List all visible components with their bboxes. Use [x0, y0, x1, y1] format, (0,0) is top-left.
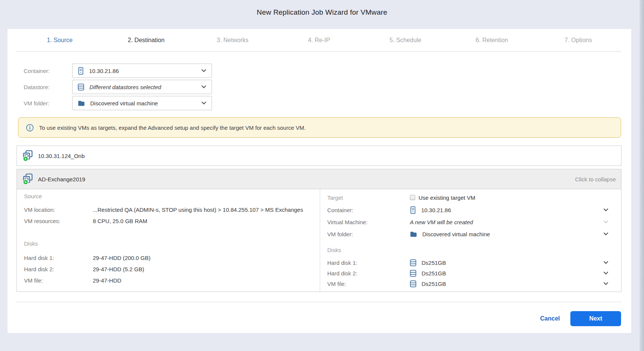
container-label: Container:: [24, 68, 71, 74]
source-disk-row: VM file: 29-47-HDD: [24, 276, 121, 285]
vm-folder-row: VM folder: Discovered virtual machine: [8, 96, 631, 110]
vm-resources-value: 8 CPU, 25.0 GB RAM: [93, 218, 147, 224]
target-disks-title: Disks: [327, 247, 341, 253]
tab-schedule[interactable]: 5. Schedule: [362, 29, 449, 51]
datastore-icon: [410, 270, 416, 277]
target-container-label: Container:: [327, 207, 410, 213]
chevron-down-icon: [201, 69, 206, 72]
vm-location-label: VM location:: [24, 207, 93, 213]
tab-networks[interactable]: 3. Networks: [189, 29, 276, 51]
vm-row-collapsed[interactable]: 10.30.31.124_Onb: [17, 146, 621, 166]
datastore-icon: [410, 259, 416, 266]
target-vm-folder-label: VM folder:: [327, 231, 410, 237]
target-vm-row[interactable]: Virtual Machine: A new VM will be create…: [327, 217, 608, 227]
folder-icon: [78, 100, 85, 106]
chevron-down-icon-disabled: [603, 220, 608, 223]
wizard-card: 1. Source 2. Destination 3. Networks 4. …: [8, 29, 631, 333]
target-disk-value: Ds251GB: [422, 260, 446, 266]
datastore-row: Datastore: Different datastores selected: [8, 80, 631, 94]
vm-folder-label: VM folder:: [24, 100, 71, 106]
chevron-down-icon: [603, 208, 608, 211]
vm-location-value: ...Restricted QA (ADMIN-s, STOP using th…: [93, 207, 303, 213]
panel-divider: [320, 189, 320, 292]
footer-separator: [17, 302, 621, 302]
vm-details-panel: Source VM location: ...Restricted QA (AD…: [17, 189, 621, 292]
chevron-down-icon: [201, 85, 206, 88]
target-vm-placeholder: A new VM will be created: [410, 219, 473, 225]
cancel-button[interactable]: Cancel: [540, 315, 560, 322]
source-disk-value: 29-47-HDD (5.2 GB): [93, 266, 144, 272]
vm-folder-select-value: Discovered virtual machine: [90, 100, 158, 106]
chevron-down-icon: [603, 272, 608, 275]
datastore-select[interactable]: Different datastores selected: [72, 80, 212, 94]
tab-destination[interactable]: 2. Destination: [103, 29, 189, 51]
source-disk-row: Hard disk 1: 29-47-HDD (200.0 GB): [24, 253, 150, 262]
folder-icon: [410, 231, 417, 237]
target-vm-label: Virtual Machine:: [327, 219, 410, 225]
wizard-steps: 1. Source 2. Destination 3. Networks 4. …: [17, 29, 621, 52]
target-vm-folder-row[interactable]: VM folder: Discovered virtual machine: [327, 229, 608, 239]
target-section-title: Target: [327, 194, 410, 201]
host-icon: [78, 67, 84, 75]
use-existing-vm-checkbox[interactable]: [410, 195, 415, 200]
vm-row-expanded-header[interactable]: AD-Exchange2019 Click to collapse: [17, 169, 621, 189]
target-vm-file-value: Ds251GB: [422, 281, 446, 287]
container-row: Container: 10.30.21.86: [8, 64, 631, 78]
vm-resources-label: VM resources:: [24, 218, 93, 224]
page-title: New Replication Job Wizard for VMware: [0, 0, 644, 17]
source-disk-label: Hard disk 2:: [24, 266, 93, 272]
use-existing-vm-label: Use existing target VM: [419, 194, 475, 201]
vm-replica-icon: [22, 150, 33, 161]
target-disk-label: Hard disk 2:: [327, 270, 410, 277]
target-disk-value: Ds251GB: [422, 270, 446, 277]
source-disk-label: VM file:: [24, 277, 93, 284]
collapse-hint: Click to collapse: [575, 176, 616, 182]
vm-resources-row: VM resources: 8 CPU, 25.0 GB RAM: [24, 216, 147, 225]
chevron-down-icon: [201, 102, 206, 105]
target-container-value: 10.30.21.86: [421, 207, 451, 213]
target-disk-row[interactable]: Hard disk 2: Ds251GB: [327, 268, 608, 278]
vm-location-row: VM location: ...Restricted QA (ADMIN-s, …: [24, 205, 303, 214]
tab-source[interactable]: 1. Source: [17, 29, 103, 51]
target-disk-label: Hard disk 1:: [327, 260, 410, 266]
target-header-row: Target Use existing target VM: [327, 193, 608, 202]
target-vm-folder-value: Discovered virtual machine: [422, 231, 490, 237]
datastore-select-value: Different datastores selected: [89, 84, 161, 90]
vertical-scrollbar[interactable]: [639, 0, 644, 351]
target-container-row[interactable]: Container: 10.30.21.86: [327, 205, 608, 215]
source-disks-title: Disks: [24, 240, 38, 247]
vm-name: AD-Exchange2019: [38, 176, 85, 182]
vm-name: 10.30.31.124_Onb: [38, 153, 85, 159]
source-disk-value: 29-47-HDD: [93, 277, 121, 284]
target-disk-row[interactable]: Hard disk 1: Ds251GB: [327, 257, 608, 268]
container-select-value: 10.30.21.86: [89, 68, 119, 74]
container-select[interactable]: 10.30.21.86: [72, 64, 212, 78]
info-icon: [26, 124, 34, 132]
target-vm-file-label: VM file:: [327, 281, 410, 287]
title-bar: New Replication Job Wizard for VMware: [0, 0, 644, 29]
host-icon: [410, 206, 416, 214]
source-disk-label: Hard disk 1:: [24, 255, 93, 261]
tab-options[interactable]: 7. Options: [535, 29, 621, 51]
info-banner-text: To use existing VMs as targets, expand t…: [39, 125, 306, 131]
tab-re-ip[interactable]: 4. Re-IP: [276, 29, 362, 51]
datastore-icon: [78, 84, 84, 91]
target-vm-file-row[interactable]: VM file: Ds251GB: [327, 278, 608, 289]
source-disk-value: 29-47-HDD (200.0 GB): [93, 255, 150, 261]
datastore-label: Datastore:: [24, 84, 71, 90]
vm-folder-select[interactable]: Discovered virtual machine: [72, 96, 212, 110]
footer-actions: Cancel Next: [540, 311, 621, 326]
source-section-title: Source: [24, 193, 42, 199]
source-disk-row: Hard disk 2: 29-47-HDD (5.2 GB): [24, 264, 144, 274]
tab-retention[interactable]: 6. Retention: [449, 29, 535, 51]
chevron-down-icon: [603, 261, 608, 264]
datastore-icon: [410, 280, 416, 287]
chevron-down-icon: [603, 232, 608, 236]
vm-replica-icon: [22, 173, 33, 185]
next-button[interactable]: Next: [570, 311, 621, 326]
info-banner: To use existing VMs as targets, expand t…: [18, 117, 621, 138]
chevron-down-icon: [603, 282, 608, 285]
